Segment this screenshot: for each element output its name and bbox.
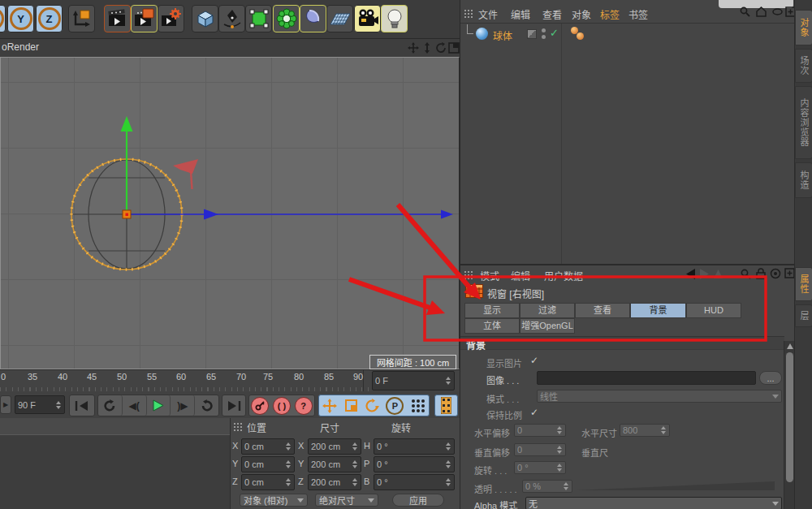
enabled-check-icon[interactable]: ✓ [550,27,559,39]
tab-view[interactable]: 查看 [575,303,630,318]
scrollbar-thumb[interactable] [786,352,793,482]
history-up-icon[interactable] [713,269,723,279]
mode-dropdown[interactable]: 线性 [537,390,782,403]
scale-tool-icon[interactable] [344,399,358,412]
spinner-icon[interactable] [54,401,62,409]
am-menu-userdata[interactable]: 用户数据 [544,269,583,283]
viewport-menu-prorender[interactable]: oRender [2,41,39,53]
layer-swatch-icon[interactable] [527,29,537,39]
pos-y-field[interactable]: 0 cm [241,456,295,472]
next-key-button[interactable]: )▶ [171,395,195,416]
pan-view-icon[interactable] [408,42,419,54]
autokey-button[interactable]: ( ) [273,397,291,415]
lock-icon[interactable] [756,268,766,279]
show-image-checkbox[interactable]: ✓ [530,355,538,366]
search-icon[interactable] [740,6,750,17]
timeline-ruler[interactable]: 0 35 40 45 50 55 60 65 70 75 80 85 90 0 … [0,369,460,391]
h-offset-field[interactable]: 0 [514,424,566,437]
om-menu-tags[interactable]: 标签 [600,7,620,21]
search-icon[interactable] [741,269,751,279]
timeline-mode-button[interactable] [434,395,458,416]
toggle-views-icon[interactable] [448,42,460,54]
x-axis-lock-button[interactable] [0,5,6,32]
mini-play-button[interactable]: ▶ [0,395,11,414]
size-mode-dropdown[interactable]: 绝对尺寸 [315,494,378,507]
tab-display[interactable]: 显示 [464,303,520,318]
goto-end-button[interactable] [222,395,246,416]
rotate-tool-icon[interactable] [365,399,379,413]
object-name[interactable]: 球体 [493,28,512,42]
render-settings-button[interactable] [158,5,184,32]
goto-start-button[interactable] [69,395,95,416]
tab-hud[interactable]: HUD [686,303,741,318]
move-tool-icon[interactable] [322,399,337,413]
panel-grip-icon[interactable] [464,270,473,279]
editor-visibility-dot[interactable] [542,28,546,32]
size-y-field[interactable]: 200 cm [308,456,361,472]
home-icon[interactable] [756,6,767,17]
pos-x-field[interactable]: 0 cm [241,438,295,455]
alpha-mode-dropdown[interactable]: 无 [525,497,782,509]
tab-content-browser[interactable]: 内容浏览器 [795,86,812,159]
end-frame-field[interactable]: 0 F [372,371,455,390]
coordinate-system-button[interactable] [68,5,95,32]
coord-mode-dropdown[interactable]: 对象 (相对) [240,494,308,507]
tab-layers[interactable]: 层 [795,304,812,327]
keying-options-button[interactable]: ? [295,397,313,415]
spinner-icon[interactable] [444,377,451,385]
camera-button[interactable] [354,5,381,32]
previous-key-button[interactable]: ◀( [123,395,147,416]
pos-z-field[interactable]: 0 cm [241,474,295,490]
dolly-view-icon[interactable] [421,42,433,54]
coordinate-mode-button[interactable]: P [386,397,404,415]
tab-enhanced-opengl[interactable]: 增强OpenGL [520,318,575,334]
rot-h-field[interactable]: 0 ° [374,438,455,455]
panel-grip-icon[interactable] [464,9,473,18]
size-z-field[interactable]: 200 cm [308,474,361,490]
transparency-slider[interactable] [577,481,775,490]
add-cube-button[interactable] [192,5,218,32]
history-forward-icon[interactable] [699,269,710,279]
play-backward-button[interactable] [98,395,123,416]
section-header-background[interactable]: 背景 [460,336,784,350]
viewport-canvas[interactable]: 网格间距 : 100 cm [0,57,460,369]
path-icon[interactable] [772,8,783,15]
object-tree-row[interactable]: 球体 ✓ [460,24,795,44]
edit-mesh-button[interactable] [245,5,272,32]
scroll-up-arrow[interactable] [787,343,793,349]
apply-button[interactable]: 应用 [392,494,444,507]
am-menu-edit[interactable]: 编辑 [511,269,530,283]
play-button[interactable] [147,395,171,416]
sphere-object-icon[interactable] [476,28,488,40]
am-menu-mode[interactable]: 模式 [480,269,499,283]
history-back-icon[interactable] [685,269,696,279]
floor-button[interactable] [326,5,353,32]
attributes-scrollbar[interactable] [784,341,794,509]
rot-p-field[interactable]: 0 ° [374,456,455,472]
om-menu-edit[interactable]: 编辑 [511,7,530,21]
tab-attributes[interactable]: 属性 [795,267,812,301]
tab-stereo[interactable]: 立体 [464,318,520,334]
rot-b-field[interactable]: 0 ° [374,474,455,490]
tab-structure[interactable]: 构造 [795,162,812,198]
y-axis-lock-button[interactable]: Y [7,5,34,32]
om-menu-view[interactable]: 查看 [542,7,562,21]
tab-filter[interactable]: 过滤 [520,303,575,318]
om-menu-file[interactable]: 文件 [478,7,498,21]
deformers-button[interactable] [300,5,326,32]
v-offset-field[interactable]: 0 [514,443,566,456]
phong-tag-icon[interactable] [571,27,585,41]
om-menu-objects[interactable]: 对象 [572,7,591,21]
size-x-field[interactable]: 200 cm [308,438,361,455]
tab-takes[interactable]: 场次 [795,49,812,83]
keyframe-selection-icon[interactable] [411,399,425,413]
tab-objects[interactable]: 对象 [795,10,812,45]
render-picture-viewer-button[interactable] [131,5,158,32]
play-forward-button[interactable] [195,395,218,416]
pen-spline-button[interactable] [218,5,245,32]
panel-grip-icon[interactable] [233,422,242,431]
current-frame-field[interactable]: 90 F [15,395,65,414]
image-path-input[interactable] [537,371,756,385]
generators-button[interactable] [273,5,300,32]
light-button[interactable] [381,5,408,32]
